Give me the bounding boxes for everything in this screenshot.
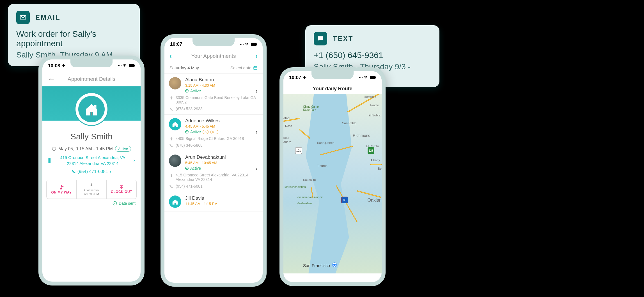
home-icon (171, 120, 179, 128)
notif-header: TEXT (314, 32, 431, 45)
svg-rect-4 (48, 158, 49, 163)
walking-icon (58, 184, 65, 190)
appointment-item[interactable]: Arun Devabhaktuni 5:45 AM - 10:45 AM Act… (164, 151, 263, 192)
customer-avatar (169, 155, 181, 167)
chevron-right-icon: › (256, 129, 258, 135)
map-label: Marin Headlands (285, 185, 306, 188)
chevron-right-icon: › (110, 169, 111, 174)
signal-icon: ··· (240, 42, 244, 47)
svg-point-10 (113, 201, 116, 205)
download-icon (89, 183, 94, 188)
map-label: Ross (285, 124, 292, 128)
next-arrow-icon[interactable]: › (255, 52, 258, 60)
battery-icon (129, 64, 135, 67)
phone-notch (311, 71, 354, 79)
appointment-status: Active (190, 89, 201, 93)
data-sent-status: Data sent (42, 199, 141, 206)
route-shield: 123 (368, 147, 374, 154)
customer-name: Alana Benton (185, 77, 258, 83)
on-my-way-button[interactable]: ON MY WAY (47, 180, 77, 199)
screen-title: Appointment Details (68, 76, 115, 82)
svg-rect-12 (256, 43, 257, 45)
text-icon (314, 32, 327, 45)
phone-row: (954) 471-6081 (169, 184, 258, 188)
route-shield: 101 (295, 147, 302, 154)
appointment-item[interactable]: Jill Davis 11:45 AM - 1:15 PM (164, 192, 263, 211)
svg-rect-7 (50, 158, 51, 163)
address-row[interactable]: 415 Oronoco Street Alexandria, VA 22314 … (42, 155, 141, 166)
map-label: Albany (370, 158, 380, 162)
notif-type-label: TEXT (333, 35, 353, 43)
map-label: spur (283, 136, 289, 139)
appointment-item[interactable]: Adrienne Wilkes 4:45 AM - 5:45 AM Active… (164, 115, 263, 151)
calendar-icon (253, 66, 258, 70)
customer-name: Jill Davis (185, 195, 258, 201)
customer-avatar (75, 92, 108, 126)
select-date-button[interactable]: Select date (230, 65, 258, 70)
chevron-right-icon: › (256, 88, 258, 94)
customer-avatar (169, 195, 181, 208)
status-bullet-icon (185, 167, 189, 170)
date-selector-row: Saturday 4 May Select date (164, 62, 263, 74)
battery-icon (251, 43, 257, 46)
phone-appointments-list: 10:07 ··· ᯤ ‹ Your Appointments › Saturd… (161, 34, 267, 287)
prev-arrow-icon[interactable]: ‹ (169, 52, 172, 60)
map-label: San Quentin (317, 141, 334, 144)
customer-avatar (169, 77, 181, 89)
notif-type-label: EMAIL (35, 13, 61, 21)
notif-title: Work order for Sally's appointment (16, 29, 131, 48)
wifi-icon: ᯤ (245, 42, 250, 47)
customer-address: 415 Oronoco Street Alexandria, VA 22314 … (55, 155, 131, 166)
appointment-datetime: May 05, 9:15 AM - 1:45 PM (58, 146, 113, 151)
appointment-datetime-row: May 05, 9:15 AM - 1:45 PM Active (42, 146, 141, 152)
phone-notch (192, 38, 235, 46)
phone-icon (72, 170, 76, 174)
active-badge: Active (115, 146, 131, 152)
status-icons: ··· ᯤ (359, 75, 376, 80)
customer-name: Adrienne Wilkes (185, 118, 258, 124)
wifi-icon: ᯤ (123, 63, 128, 68)
clocked-in-time: at 6:06 PM (84, 192, 99, 196)
appointment-status: Active (190, 130, 201, 134)
appointment-time: 4:45 AM - 5:45 AM (185, 124, 258, 128)
action-bar: ON MY WAY Clocked in at 6:06 PM CLOCK OU… (46, 180, 137, 199)
map-label: Richmond (353, 133, 370, 138)
appointment-item[interactable]: Alana Benton 3:15 AM - 4:30 AM Active 33… (164, 74, 263, 115)
phone-row: (678) 346-5868 (169, 143, 258, 148)
appointment-time: 11:45 AM - 1:15 PM (185, 202, 258, 206)
svg-rect-15 (375, 77, 376, 78)
route-map[interactable]: Hercules Pinole El Sobra San Pablo Richm… (283, 94, 382, 273)
map-label: Pinole (370, 103, 379, 107)
svg-rect-13 (254, 66, 257, 70)
clock-out-label: CLOCK OUT (111, 190, 132, 194)
phone-row[interactable]: (954) 471-6081 › (42, 169, 141, 174)
svg-rect-11 (251, 43, 256, 46)
map-label: GOLDEN GATE BRIDGE (297, 196, 323, 199)
chevron-right-icon: › (256, 165, 258, 172)
pin-icon (169, 137, 173, 141)
bay-water (303, 94, 357, 273)
svg-point-9 (61, 185, 62, 186)
notif-title: +1 (650) 645-9361 (314, 50, 431, 60)
map-label: adera (283, 140, 291, 144)
status-time: 10:07 ✈ (289, 75, 306, 80)
map-label: afael (283, 116, 290, 120)
status-bullet-icon (185, 89, 189, 93)
customer-phone: (954) 471-6081 (77, 169, 108, 174)
badge: MR (210, 130, 219, 134)
map-label: Sausalito (303, 178, 316, 181)
address-row: 3335 Commons Gate Bend Berkeley Lake GA … (169, 95, 258, 104)
appointment-time: 5:45 AM - 10:45 AM (185, 161, 258, 165)
clock-out-button[interactable]: CLOCK OUT (107, 180, 136, 199)
back-arrow-icon[interactable]: ← (47, 75, 55, 84)
on-my-way-label: ON MY WAY (51, 190, 72, 194)
chevron-right-icon: › (134, 158, 135, 163)
wifi-icon: ᯤ (364, 75, 369, 80)
customer-name: Sally Smith (42, 132, 141, 141)
map-label: San Francisco (303, 263, 330, 268)
status-time: 10:07 (170, 42, 182, 47)
customer-avatar (169, 118, 181, 130)
clocked-in-status: Clocked in at 6:06 PM (77, 180, 107, 199)
screen-header: ← Appointment Details (42, 72, 141, 86)
phone-icon (169, 185, 173, 188)
